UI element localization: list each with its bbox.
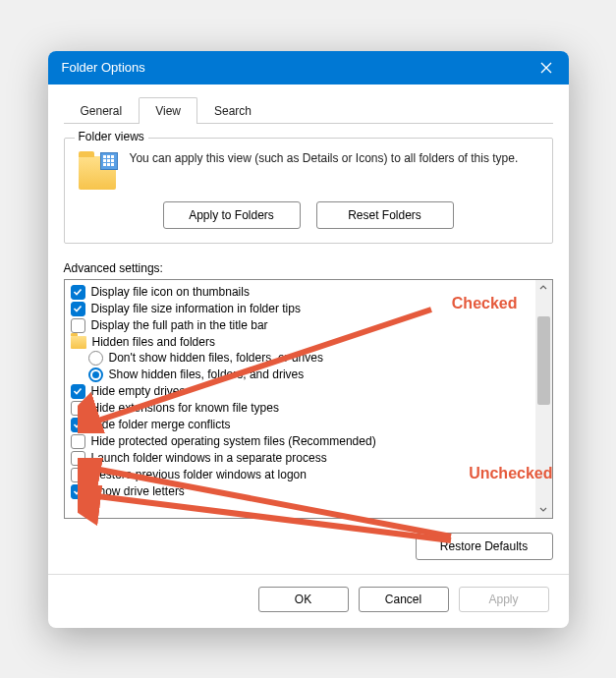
radio-selected-icon[interactable] (88, 367, 103, 382)
setting-hidden-radio-hide[interactable]: Don't show hidden files, folders, or dri… (71, 350, 530, 367)
restore-defaults-button[interactable]: Restore Defaults (416, 533, 553, 560)
folder-views-desc: You can apply this view (such as Details… (130, 150, 519, 190)
setting-label: Hidden files and folders (92, 335, 215, 349)
folder-icon (71, 336, 86, 349)
tab-search[interactable]: Search (197, 97, 268, 124)
close-icon (540, 62, 552, 74)
ok-button[interactable]: OK (258, 587, 349, 612)
close-button[interactable] (524, 51, 569, 85)
dialog-body: General View Search Folder views You can… (48, 85, 569, 628)
checkbox-unchecked-icon[interactable] (71, 451, 85, 466)
checkbox-unchecked-icon[interactable] (71, 401, 85, 416)
setting-hidden-radio-show[interactable]: Show hidden files, folders, and drives (71, 367, 530, 383)
folder-views-group: Folder views You can apply this view (su… (64, 138, 553, 244)
setting-label: Show hidden files, folders, and drives (109, 367, 305, 381)
tab-view[interactable]: View (139, 97, 197, 124)
advanced-settings-box: Display file icon on thumbnails Display … (64, 279, 553, 519)
setting-label: Don't show hidden files, folders, or dri… (109, 351, 323, 365)
setting-label: Show drive letters (91, 484, 185, 498)
checkbox-unchecked-icon[interactable] (71, 318, 85, 333)
folder-options-dialog: Folder Options General View Search Folde… (48, 51, 569, 628)
setting-hide-empty-drives[interactable]: Hide empty drives (71, 383, 530, 400)
window-title: Folder Options (62, 60, 524, 75)
setting-hide-protected-os[interactable]: Hide protected operating system files (R… (71, 433, 530, 450)
checkbox-unchecked-icon[interactable] (71, 434, 85, 449)
setting-launch-separate-process[interactable]: Launch folder windows in a separate proc… (71, 450, 530, 467)
tab-strip: General View Search (64, 96, 553, 124)
setting-hide-extensions[interactable]: Hide extensions for known file types (71, 400, 530, 417)
folder-views-legend: Folder views (75, 130, 148, 143)
setting-hide-folder-merge[interactable]: Hide folder merge conflicts (71, 417, 530, 433)
radio-unselected-icon[interactable] (88, 351, 103, 366)
checkbox-checked-icon[interactable] (71, 418, 85, 432)
tab-general[interactable]: General (64, 97, 140, 124)
apply-to-folders-button[interactable]: Apply to Folders (163, 201, 301, 229)
scrollbar[interactable] (535, 280, 552, 518)
setting-display-file-size[interactable]: Display file size information in folder … (71, 301, 530, 317)
setting-label: Hide protected operating system files (R… (91, 434, 376, 448)
setting-label: Hide folder merge conflicts (91, 418, 231, 431)
setting-show-drive-letters[interactable]: Show drive letters (71, 483, 530, 500)
advanced-settings-label: Advanced settings: (64, 261, 553, 275)
scroll-down-button[interactable] (535, 501, 552, 518)
setting-restore-previous-windows[interactable]: Restore previous folder windows at logon (71, 467, 530, 483)
titlebar: Folder Options (48, 51, 569, 85)
reset-folders-button[interactable]: Reset Folders (316, 201, 454, 229)
setting-label: Display file icon on thumbnails (91, 285, 250, 299)
checkbox-checked-icon[interactable] (71, 484, 85, 499)
cancel-button[interactable]: Cancel (359, 587, 449, 612)
folder-views-icon (79, 150, 118, 190)
setting-label: Display file size information in folder … (91, 302, 301, 315)
setting-label: Launch folder windows in a separate proc… (91, 451, 327, 465)
scroll-up-button[interactable] (535, 280, 552, 297)
checkbox-unchecked-icon[interactable] (71, 468, 85, 482)
advanced-settings-list[interactable]: Display file icon on thumbnails Display … (65, 280, 535, 518)
setting-label: Hide empty drives (91, 384, 186, 398)
checkbox-checked-icon[interactable] (71, 285, 85, 300)
setting-display-file-icon[interactable]: Display file icon on thumbnails (71, 284, 530, 301)
scrollbar-thumb[interactable] (537, 316, 550, 405)
checkbox-checked-icon[interactable] (71, 302, 85, 316)
footer-buttons: OK Cancel Apply (64, 575, 553, 612)
setting-label: Display the full path in the title bar (91, 318, 268, 332)
checkbox-checked-icon[interactable] (71, 384, 85, 399)
setting-display-full-path[interactable]: Display the full path in the title bar (71, 317, 530, 334)
setting-hidden-files-folder[interactable]: Hidden files and folders (71, 334, 530, 350)
setting-label: Restore previous folder windows at logon (91, 468, 307, 481)
apply-button[interactable]: Apply (459, 587, 549, 612)
scrollbar-track[interactable] (535, 297, 552, 501)
setting-label: Hide extensions for known file types (91, 401, 279, 415)
